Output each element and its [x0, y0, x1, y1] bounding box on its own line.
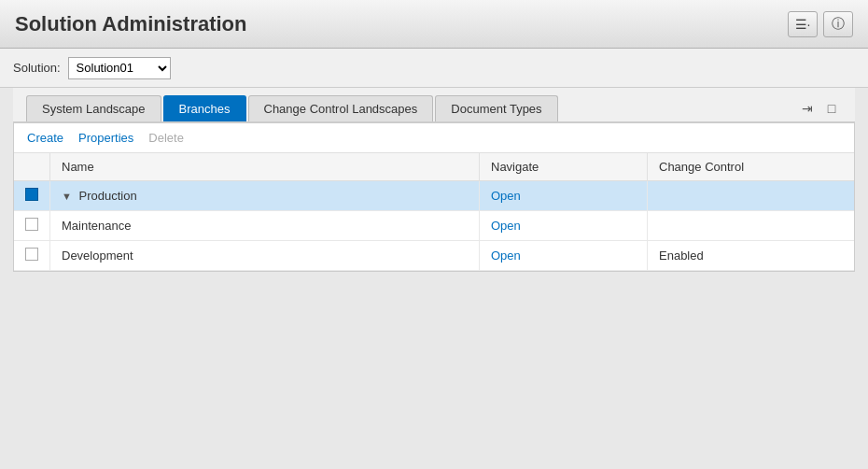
open-link-production[interactable]: Open: [491, 189, 521, 203]
row-name-production: ▼ Production: [50, 181, 480, 211]
row-navigate-maintenance: Open: [480, 211, 648, 241]
content-area: System Landscape Branches Change Control…: [0, 88, 868, 469]
table-header-row: Name Navigate Change Control: [14, 153, 854, 181]
page-title: Solution Administration: [15, 12, 247, 36]
tab-document-types[interactable]: Document Types: [435, 95, 557, 121]
table-row[interactable]: ▼ Production Open: [14, 181, 854, 211]
properties-button[interactable]: Properties: [78, 131, 133, 145]
row-change-control-development: Enabled: [648, 241, 855, 271]
content-inner: Create Properties Delete Name Navigate C…: [13, 122, 855, 272]
header-icons: ☰· ⓘ: [788, 11, 853, 37]
tab-system-landscape[interactable]: System Landscape: [26, 95, 161, 121]
expand-tabs-icon[interactable]: □: [821, 99, 842, 118]
row-checkbox-maintenance[interactable]: [25, 218, 38, 231]
solution-bar: Solution: Solution01 Solution02: [0, 49, 868, 88]
expand-icon-production[interactable]: ▼: [62, 191, 72, 202]
row-checkbox-production[interactable]: [25, 188, 38, 201]
th-checkbox: [14, 153, 50, 181]
menu-icon-button[interactable]: ☰·: [788, 11, 818, 37]
create-button[interactable]: Create: [27, 131, 63, 145]
row-name-development: Development: [50, 241, 480, 271]
open-link-maintenance[interactable]: Open: [491, 219, 521, 233]
help-icon-button[interactable]: ⓘ: [823, 11, 853, 37]
solution-label: Solution:: [13, 61, 61, 75]
row-change-control-production: [648, 181, 855, 211]
help-icon: ⓘ: [832, 16, 845, 33]
table-body: ▼ Production Open M: [14, 181, 854, 271]
row-checkbox-development[interactable]: [25, 248, 38, 261]
table-header: Name Navigate Change Control: [14, 153, 854, 181]
open-link-development[interactable]: Open: [491, 249, 521, 263]
collapse-tabs-icon[interactable]: ⇥: [797, 99, 818, 118]
row-checkbox-cell: [14, 181, 50, 211]
toolbar: Create Properties Delete: [14, 123, 854, 153]
row-checkbox-cell: [14, 241, 50, 271]
row-name-maintenance: Maintenance: [50, 211, 480, 241]
th-change-control: Change Control: [648, 153, 855, 181]
table-row[interactable]: Development Open Enabled: [14, 241, 854, 271]
delete-button: Delete: [148, 131, 184, 145]
tabs-container: System Landscape Branches Change Control…: [13, 88, 855, 122]
th-navigate: Navigate: [480, 153, 648, 181]
header: Solution Administration ☰· ⓘ: [0, 0, 868, 49]
tab-change-control-landscapes[interactable]: Change Control Landscapes: [248, 95, 434, 121]
row-checkbox-cell: [14, 211, 50, 241]
page-wrapper: Solution Administration ☰· ⓘ Solution: S…: [0, 0, 868, 469]
th-name: Name: [50, 153, 480, 181]
row-navigate-development: Open: [480, 241, 648, 271]
tabs-list: System Landscape Branches Change Control…: [26, 95, 558, 121]
solution-select[interactable]: Solution01 Solution02: [68, 57, 171, 79]
row-navigate-production: Open: [480, 181, 648, 211]
data-table: Name Navigate Change Control ▼ Productio…: [14, 153, 854, 271]
tab-branches[interactable]: Branches: [163, 95, 246, 121]
tabs-actions: ⇥ □: [797, 99, 842, 121]
menu-icon: ☰·: [795, 17, 811, 32]
table-row[interactable]: Maintenance Open: [14, 211, 854, 241]
row-change-control-maintenance: [648, 211, 855, 241]
